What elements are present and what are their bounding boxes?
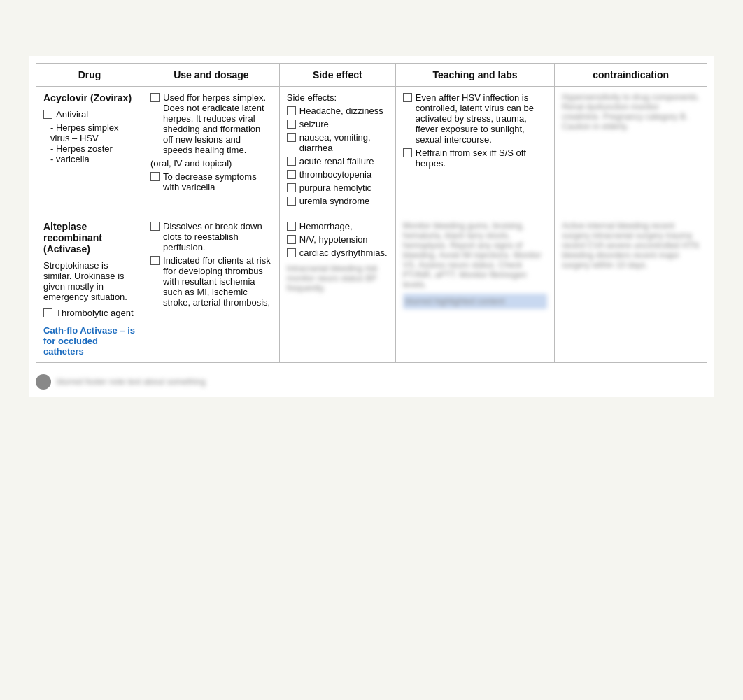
cath-flo-label: Cath-flo Activase – is for occluded cath… — [43, 325, 135, 357]
alteplase-description: Streptokinase is similar. Urokinase is g… — [43, 260, 136, 302]
teaching-cell-alteplase: Monitor bleeding gums, bruising, hematur… — [395, 215, 554, 363]
use-dissolve-text: Dissolves or break down clots to reestab… — [163, 221, 272, 252]
teach-blurred-alteplase: Monitor bleeding gums, bruising, hematur… — [403, 221, 547, 309]
side-nv-text: N/V, hypotension — [299, 234, 368, 245]
use-cell-alteplase: Dissolves or break down clots to reestab… — [143, 215, 280, 363]
side-nausea: nausea, vomiting, diarrhea — [287, 132, 388, 153]
cb-teach-2 — [403, 148, 412, 157]
side-hemorrhage-text: Hemorrhage, — [299, 221, 353, 231]
drug-table: Drug Use and dosage Side effect Teaching… — [36, 63, 707, 363]
drug-subtype-hsv: Herpes simplex virus – HSV — [50, 122, 136, 143]
side-uremia-text: uremia syndrome — [299, 196, 369, 206]
side-renal-text: acute renal ffailure — [299, 156, 374, 166]
cb-headache — [287, 106, 296, 115]
cb-seizure — [287, 120, 296, 129]
contra-blurred-alteplase: Active internal bleeding recent surgery … — [562, 221, 700, 270]
use-herpes-text: Used ffor herpes simplex. Does not eradi… — [163, 92, 272, 155]
footer-note: blurred footer note text about something — [36, 374, 707, 390]
antiviral-label: Antiviral — [56, 109, 88, 120]
col-header-drug: Drug — [36, 64, 143, 87]
side-thrombocytopenia-text: thrombocytopenia — [299, 169, 372, 180]
side-seizure-text: seizure — [299, 119, 329, 129]
thrombolytic-label: Thrombolytic agent — [56, 308, 134, 318]
side-cell-alteplase: Hemorrhage, N/V, hypotension cardiac dys… — [279, 215, 395, 363]
side-hemorrhage: Hemorrhage, — [287, 221, 388, 231]
contra-blurred-acyclovir: Hypersensitivity to drug components. Ren… — [562, 92, 700, 131]
teach-text-1: Even affter HSV inffection is controlled… — [416, 92, 547, 145]
footer-text: blurred footer note text about something — [57, 377, 206, 387]
side-cardiac-text: cardiac dysrhythmias. — [299, 248, 388, 258]
checkbox-use-herpes — [150, 93, 160, 102]
side-blurred-alteplase: Intracranial bleeding risk monitor neuro… — [287, 264, 388, 293]
footer-icon — [36, 374, 51, 390]
checkbox-antiviral — [43, 110, 52, 119]
cb-uremia — [287, 197, 296, 206]
drug-name-alteplase: Alteplase recombinant (Activase) — [43, 221, 136, 255]
cb-hemorrhage — [287, 222, 296, 231]
use-dissolve: Dissolves or break down clots to reestab… — [150, 221, 272, 252]
cb-purpura — [287, 183, 296, 192]
contra-cell-acyclovir: Hypersensitivity to drug components. Ren… — [555, 87, 707, 215]
drug-subtype-varicella: varicella — [50, 154, 136, 164]
side-renal: acute renal ffailure — [287, 156, 388, 166]
cb-dissolve — [150, 222, 160, 231]
drug-subtypes: Herpes simplex virus – HSV Herpes zoster… — [43, 122, 136, 164]
side-cardiac: cardiac dysrhythmias. — [287, 248, 388, 258]
cb-thrombolytic — [43, 308, 52, 317]
cb-nausea — [287, 133, 296, 142]
cb-nv — [287, 235, 296, 244]
col-header-teaching: Teaching and labs — [395, 64, 554, 87]
table-row: Acyclovir (Zovirax) Antiviral Herpes sim… — [36, 87, 707, 215]
side-headache: Headache, dizziness — [287, 106, 388, 116]
use-item-herpes: Used ffor herpes simplex. Does not eradi… — [150, 92, 272, 155]
drug-subtype-zoster: Herpes zoster — [50, 143, 136, 154]
drug-cell-acyclovir: Acyclovir (Zovirax) Antiviral Herpes sim… — [36, 87, 143, 215]
side-nv: N/V, hypotension — [287, 234, 388, 245]
side-purpura-text: purpura hemolytic — [299, 183, 372, 193]
side-thrombocytopenia: thrombocytopenia — [287, 169, 388, 180]
cb-renal — [287, 157, 296, 166]
use-indicated: Indicated ffor clients at risk ffor deve… — [150, 255, 272, 308]
side-effects-label: Side effects: — [287, 92, 388, 103]
col-header-contra: contraindication — [555, 64, 707, 87]
teaching-cell-acyclovir: Even affter HSV inffection is controlled… — [395, 87, 554, 215]
side-seizure: seizure — [287, 119, 388, 129]
teach-text-2: Reffrain ffrom sex iff S/S off herpes. — [416, 148, 547, 169]
table-row: Alteplase recombinant (Activase) Strepto… — [36, 215, 707, 363]
drug-name-acyclovir: Acyclovir (Zovirax) — [43, 92, 136, 103]
contra-cell-alteplase: Active internal bleeding recent surgery … — [555, 215, 707, 363]
side-nausea-text: nausea, vomiting, diarrhea — [299, 132, 388, 153]
cb-teach-1 — [403, 93, 412, 102]
teach-item-2: Reffrain ffrom sex iff S/S off herpes. — [403, 148, 547, 169]
antiviral-item: Antiviral — [43, 109, 136, 120]
side-headache-text: Headache, dizziness — [299, 106, 383, 116]
cb-cardiac — [287, 248, 296, 257]
cb-indicated — [150, 256, 160, 265]
page-wrapper: Drug Use and dosage Side effect Teaching… — [29, 56, 714, 397]
cb-thrombocytopenia — [287, 170, 296, 179]
thrombolytic-item: Thrombolytic agent — [43, 308, 136, 318]
side-purpura: purpura hemolytic — [287, 183, 388, 193]
use-cell-acyclovir: Used ffor herpes simplex. Does not eradi… — [143, 87, 280, 215]
checkbox-use-varicella — [150, 172, 160, 181]
drug-cell-alteplase: Alteplase recombinant (Activase) Strepto… — [36, 215, 143, 363]
use-item-varicella: To decrease symptoms with varicella — [150, 171, 272, 192]
use-indicated-text: Indicated ffor clients at risk ffor deve… — [163, 255, 272, 308]
side-cell-acyclovir: Side effects: Headache, dizziness seizur… — [279, 87, 395, 215]
col-header-side: Side effect — [279, 64, 395, 87]
side-uremia: uremia syndrome — [287, 196, 388, 206]
oral-iv-note: (oral, IV and topical) — [150, 158, 272, 169]
use-varicella-text: To decrease symptoms with varicella — [163, 171, 272, 192]
teach-item-1: Even affter HSV inffection is controlled… — [403, 92, 547, 145]
col-header-use: Use and dosage — [143, 64, 280, 87]
